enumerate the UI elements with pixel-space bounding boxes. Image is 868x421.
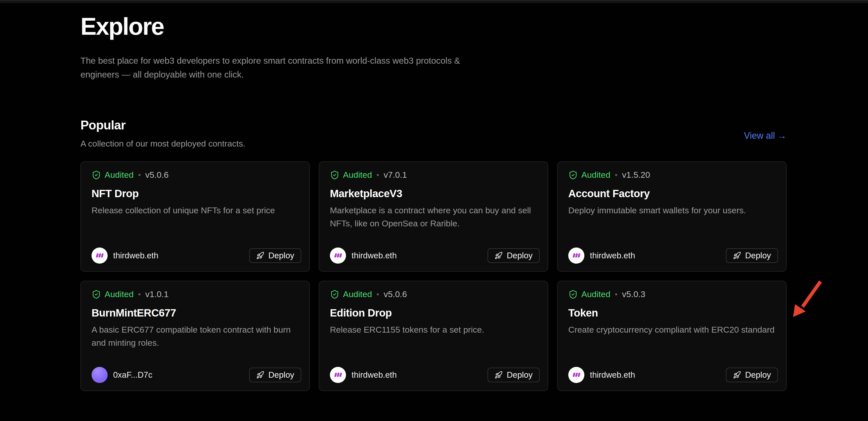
version-label: v1.0.1 [145, 289, 169, 299]
contract-card[interactable]: Audited • v1.0.1 BurnMintERC677 A basic … [81, 281, 310, 391]
contract-title[interactable]: Account Factory [568, 188, 650, 200]
deploy-label: Deploy [507, 370, 533, 380]
contract-card[interactable]: Audited • v7.0.1 MarketplaceV3 Marketpla… [319, 161, 548, 272]
deploy-button[interactable]: Deploy [249, 248, 301, 263]
thirdweb-avatar [330, 248, 346, 263]
version-label: v7.0.1 [384, 170, 407, 180]
contract-card[interactable]: Audited • v5.0.6 Edition Drop Release ER… [319, 281, 548, 391]
view-all-link[interactable]: View all → [744, 131, 786, 141]
audited-badge: Audited [104, 170, 133, 180]
badge-row: Audited • v7.0.1 [330, 170, 407, 180]
dot-separator: • [376, 171, 379, 179]
deploy-label: Deploy [507, 251, 533, 260]
view-all-label: View all [744, 131, 775, 141]
deploy-button[interactable]: Deploy [726, 368, 778, 382]
deploy-label: Deploy [745, 251, 771, 260]
deploy-button[interactable]: Deploy [249, 368, 301, 382]
publisher-link[interactable]: thirdweb.eth [92, 248, 158, 263]
publisher-link[interactable]: thirdweb.eth [330, 367, 397, 383]
publisher-link[interactable]: thirdweb.eth [568, 367, 635, 383]
audited-badge: Audited [104, 289, 133, 299]
publisher-name: thirdweb.eth [590, 251, 635, 260]
card-footer: thirdweb.eth Deploy [330, 367, 539, 383]
contract-description: Marketplace is a contract where you can … [330, 204, 540, 230]
publisher-name: thirdweb.eth [590, 370, 635, 380]
section-title-popular: Popular [81, 118, 125, 133]
deploy-button[interactable]: Deploy [488, 248, 539, 263]
card-footer: thirdweb.eth Deploy [330, 248, 539, 263]
top-divider [0, 0, 868, 3]
contract-description: A basic ERC677 compatible token contract… [92, 323, 302, 349]
badge-row: Audited • v1.0.1 [92, 289, 168, 299]
page-subtitle: The best place for web3 developers to ex… [81, 54, 460, 81]
contract-description: Create cryptocurrency compliant with ERC… [568, 323, 779, 336]
rocket-icon [256, 252, 264, 260]
publisher-name: 0xaF...D7c [113, 370, 152, 380]
rocket-icon [495, 252, 503, 260]
deploy-label: Deploy [268, 251, 294, 260]
rocket-icon [495, 371, 503, 379]
rocket-icon [733, 371, 741, 379]
contract-card[interactable]: Audited • v1.5.20 Account Factory Deploy… [557, 161, 786, 272]
section-subtitle: A collection of our most deployed contra… [81, 139, 245, 148]
thirdweb-avatar [568, 248, 584, 263]
contract-title[interactable]: NFT Drop [92, 188, 138, 200]
contract-description: Release collection of unique NFTs for a … [92, 204, 302, 217]
contract-title[interactable]: Token [568, 307, 598, 319]
page-title: Explore [81, 13, 164, 40]
thirdweb-avatar [568, 367, 584, 383]
publisher-name: thirdweb.eth [113, 251, 158, 260]
card-footer: 0xaF...D7c Deploy [92, 367, 301, 383]
publisher-name: thirdweb.eth [351, 251, 397, 260]
shield-check-icon [568, 170, 578, 180]
contract-card[interactable]: Audited • v5.0.3 Token Create cryptocurr… [557, 281, 786, 391]
badge-row: Audited • v5.0.6 [92, 170, 168, 180]
dot-separator: • [376, 290, 379, 299]
thirdweb-avatar [330, 367, 346, 383]
publisher-link[interactable]: 0xaF...D7c [92, 367, 152, 383]
deploy-label: Deploy [745, 370, 771, 380]
version-label: v1.5.20 [622, 170, 650, 180]
shield-check-icon [330, 170, 339, 180]
publisher-link[interactable]: thirdweb.eth [330, 248, 397, 263]
shield-check-icon [568, 289, 578, 299]
shield-check-icon [92, 170, 101, 180]
audited-badge: Audited [343, 170, 372, 180]
dot-separator: • [615, 290, 618, 299]
badge-row: Audited • v5.0.3 [568, 289, 645, 299]
badge-row: Audited • v5.0.6 [330, 289, 407, 299]
deploy-button[interactable]: Deploy [488, 368, 539, 382]
dot-separator: • [138, 171, 141, 179]
shield-check-icon [92, 289, 101, 299]
thirdweb-avatar [92, 248, 107, 263]
shield-check-icon [330, 289, 339, 299]
rocket-icon [256, 371, 264, 379]
audited-badge: Audited [581, 289, 610, 299]
version-label: v5.0.3 [622, 289, 646, 299]
right-arrow-icon: → [777, 131, 786, 141]
contract-description: Release ERC1155 tokens for a set price. [330, 323, 540, 336]
card-footer: thirdweb.eth Deploy [568, 367, 778, 383]
contract-title[interactable]: MarketplaceV3 [330, 188, 402, 200]
badge-row: Audited • v1.5.20 [568, 170, 650, 180]
contract-title[interactable]: Edition Drop [330, 307, 392, 319]
cards-grid: Audited • v5.0.6 NFT Drop Release collec… [81, 161, 786, 391]
contract-title[interactable]: BurnMintERC677 [92, 307, 176, 319]
contract-description: Deploy immutable smart wallets for your … [568, 204, 779, 217]
audited-badge: Audited [343, 289, 372, 299]
rocket-icon [733, 252, 741, 260]
contract-card[interactable]: Audited • v5.0.6 NFT Drop Release collec… [81, 161, 310, 272]
dot-separator: • [615, 171, 618, 179]
dot-separator: • [138, 290, 141, 299]
address-avatar [92, 367, 107, 383]
publisher-link[interactable]: thirdweb.eth [568, 248, 635, 263]
version-label: v5.0.6 [145, 170, 169, 180]
card-footer: thirdweb.eth Deploy [92, 248, 301, 263]
version-label: v5.0.6 [384, 289, 407, 299]
card-footer: thirdweb.eth Deploy [568, 248, 778, 263]
deploy-button[interactable]: Deploy [726, 248, 778, 263]
publisher-name: thirdweb.eth [351, 370, 397, 380]
deploy-label: Deploy [268, 370, 294, 380]
audited-badge: Audited [581, 170, 610, 180]
annotation-arrow [787, 277, 825, 321]
